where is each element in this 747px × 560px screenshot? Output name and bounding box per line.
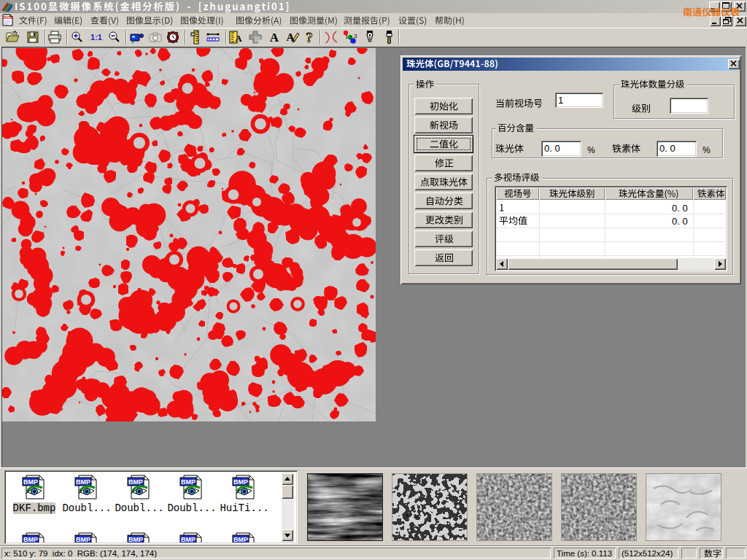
svg-text:BMP: BMP: [76, 478, 90, 486]
svg-text:2: 2: [349, 34, 352, 41]
svg-text:BMP: BMP: [233, 478, 248, 486]
svg-text:BMP: BMP: [181, 478, 196, 486]
svg-text:BMP: BMP: [181, 536, 196, 542]
svg-text:BMP: BMP: [23, 478, 38, 486]
svg-text:1:1: 1:1: [90, 33, 102, 42]
svg-text:BMP: BMP: [23, 536, 38, 542]
svg-text:BMP: BMP: [76, 536, 90, 542]
svg-text:A: A: [270, 31, 279, 44]
svg-text:BMP: BMP: [128, 478, 143, 486]
svg-text:BMP: BMP: [233, 536, 248, 542]
svg-text:3: 3: [354, 33, 357, 39]
svg-text:?: ?: [306, 30, 313, 44]
svg-text:BMP: BMP: [128, 536, 143, 542]
svg-text:A: A: [235, 33, 242, 44]
svg-text:DOC: DOC: [4, 15, 13, 20]
